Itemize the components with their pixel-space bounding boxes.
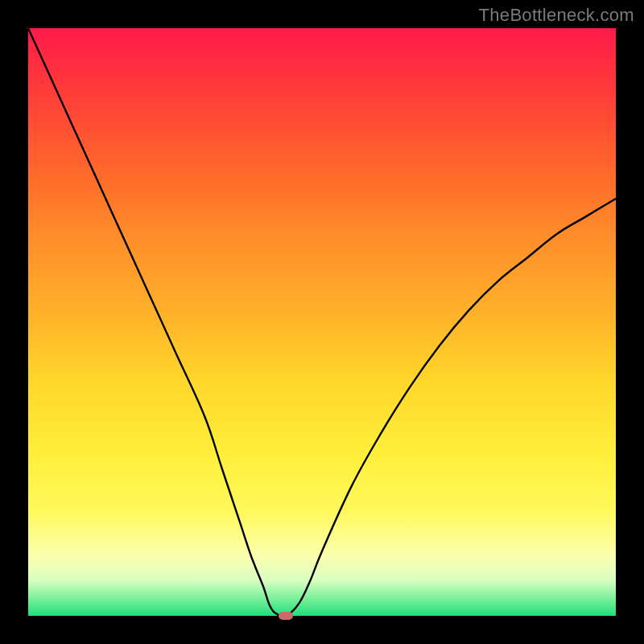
bottleneck-curve [28, 28, 616, 616]
minimum-marker [279, 612, 293, 620]
watermark-text: TheBottleneck.com [479, 5, 634, 26]
chart-frame: TheBottleneck.com [0, 0, 644, 644]
plot-area [28, 28, 616, 616]
curve-path [28, 28, 616, 617]
